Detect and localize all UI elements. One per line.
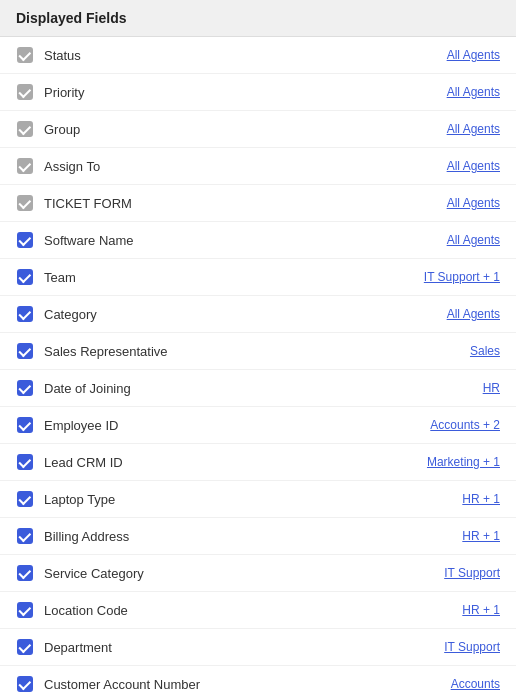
checkbox-icon-customer-account-number	[17, 676, 33, 692]
field-row-lead-crm-id: Lead CRM IDMarketing + 1	[0, 444, 516, 481]
field-link-date-of-joining[interactable]: HR	[483, 381, 500, 395]
field-link-ticket-form[interactable]: All Agents	[447, 196, 500, 210]
checkbox-icon-status	[17, 47, 33, 63]
field-link-customer-account-number[interactable]: Accounts	[451, 677, 500, 691]
field-link-sales-representative[interactable]: Sales	[470, 344, 500, 358]
checkbox-icon-priority	[17, 84, 33, 100]
checkbox-icon-team	[17, 269, 33, 285]
field-row-status: StatusAll Agents	[0, 37, 516, 74]
field-link-lead-crm-id[interactable]: Marketing + 1	[427, 455, 500, 469]
field-label-lead-crm-id: Lead CRM ID	[44, 455, 123, 470]
checkbox-location-code[interactable]	[16, 601, 34, 619]
panel-header: Displayed Fields	[0, 0, 516, 37]
checkbox-sales-representative[interactable]	[16, 342, 34, 360]
field-row-service-category: Service CategoryIT Support	[0, 555, 516, 592]
field-link-group[interactable]: All Agents	[447, 122, 500, 136]
checkbox-icon-lead-crm-id	[17, 454, 33, 470]
checkbox-priority[interactable]	[16, 83, 34, 101]
field-row-sales-representative: Sales RepresentativeSales	[0, 333, 516, 370]
field-label-priority: Priority	[44, 85, 84, 100]
field-label-laptop-type: Laptop Type	[44, 492, 115, 507]
field-row-location-code: Location CodeHR + 1	[0, 592, 516, 629]
checkbox-employee-id[interactable]	[16, 416, 34, 434]
field-row-date-of-joining: Date of JoiningHR	[0, 370, 516, 407]
checkbox-icon-software-name	[17, 232, 33, 248]
field-label-ticket-form: TICKET FORM	[44, 196, 132, 211]
field-link-service-category[interactable]: IT Support	[444, 566, 500, 580]
checkbox-group[interactable]	[16, 120, 34, 138]
checkbox-ticket-form[interactable]	[16, 194, 34, 212]
field-label-department: Department	[44, 640, 112, 655]
field-row-employee-id: Employee IDAccounts + 2	[0, 407, 516, 444]
checkbox-team[interactable]	[16, 268, 34, 286]
checkbox-assign-to[interactable]	[16, 157, 34, 175]
field-link-laptop-type[interactable]: HR + 1	[462, 492, 500, 506]
field-row-department: DepartmentIT Support	[0, 629, 516, 666]
field-label-billing-address: Billing Address	[44, 529, 129, 544]
field-row-group: GroupAll Agents	[0, 111, 516, 148]
checkbox-icon-employee-id	[17, 417, 33, 433]
checkbox-icon-service-category	[17, 565, 33, 581]
field-link-team[interactable]: IT Support + 1	[424, 270, 500, 284]
field-link-status[interactable]: All Agents	[447, 48, 500, 62]
field-label-software-name: Software Name	[44, 233, 134, 248]
field-link-category[interactable]: All Agents	[447, 307, 500, 321]
field-row-assign-to: Assign ToAll Agents	[0, 148, 516, 185]
field-link-billing-address[interactable]: HR + 1	[462, 529, 500, 543]
checkbox-icon-category	[17, 306, 33, 322]
checkbox-icon-location-code	[17, 602, 33, 618]
field-label-team: Team	[44, 270, 76, 285]
checkbox-date-of-joining[interactable]	[16, 379, 34, 397]
checkbox-icon-billing-address	[17, 528, 33, 544]
field-label-status: Status	[44, 48, 81, 63]
checkbox-status[interactable]	[16, 46, 34, 64]
checkbox-laptop-type[interactable]	[16, 490, 34, 508]
checkbox-icon-sales-representative	[17, 343, 33, 359]
checkbox-icon-ticket-form	[17, 195, 33, 211]
checkbox-billing-address[interactable]	[16, 527, 34, 545]
field-row-team: TeamIT Support + 1	[0, 259, 516, 296]
field-label-service-category: Service Category	[44, 566, 144, 581]
field-row-laptop-type: Laptop TypeHR + 1	[0, 481, 516, 518]
checkbox-icon-laptop-type	[17, 491, 33, 507]
field-link-location-code[interactable]: HR + 1	[462, 603, 500, 617]
field-link-department[interactable]: IT Support	[444, 640, 500, 654]
field-row-billing-address: Billing AddressHR + 1	[0, 518, 516, 555]
checkbox-customer-account-number[interactable]	[16, 675, 34, 693]
field-row-category: CategoryAll Agents	[0, 296, 516, 333]
checkbox-icon-department	[17, 639, 33, 655]
field-row-ticket-form: TICKET FORMAll Agents	[0, 185, 516, 222]
field-link-priority[interactable]: All Agents	[447, 85, 500, 99]
field-label-location-code: Location Code	[44, 603, 128, 618]
field-row-software-name: Software NameAll Agents	[0, 222, 516, 259]
field-row-customer-account-number: Customer Account NumberAccounts	[0, 666, 516, 700]
field-label-assign-to: Assign To	[44, 159, 100, 174]
panel: Displayed Fields StatusAll AgentsPriorit…	[0, 0, 516, 700]
field-label-customer-account-number: Customer Account Number	[44, 677, 200, 692]
field-label-category: Category	[44, 307, 97, 322]
fields-list: StatusAll AgentsPriorityAll AgentsGroupA…	[0, 37, 516, 700]
field-link-employee-id[interactable]: Accounts + 2	[430, 418, 500, 432]
checkbox-lead-crm-id[interactable]	[16, 453, 34, 471]
checkbox-icon-date-of-joining	[17, 380, 33, 396]
checkbox-icon-group	[17, 121, 33, 137]
field-label-date-of-joining: Date of Joining	[44, 381, 131, 396]
field-label-employee-id: Employee ID	[44, 418, 118, 433]
checkbox-software-name[interactable]	[16, 231, 34, 249]
checkbox-category[interactable]	[16, 305, 34, 323]
field-label-sales-representative: Sales Representative	[44, 344, 168, 359]
field-link-assign-to[interactable]: All Agents	[447, 159, 500, 173]
checkbox-service-category[interactable]	[16, 564, 34, 582]
field-link-software-name[interactable]: All Agents	[447, 233, 500, 247]
panel-title: Displayed Fields	[16, 10, 126, 26]
field-row-priority: PriorityAll Agents	[0, 74, 516, 111]
checkbox-icon-assign-to	[17, 158, 33, 174]
checkbox-department[interactable]	[16, 638, 34, 656]
field-label-group: Group	[44, 122, 80, 137]
